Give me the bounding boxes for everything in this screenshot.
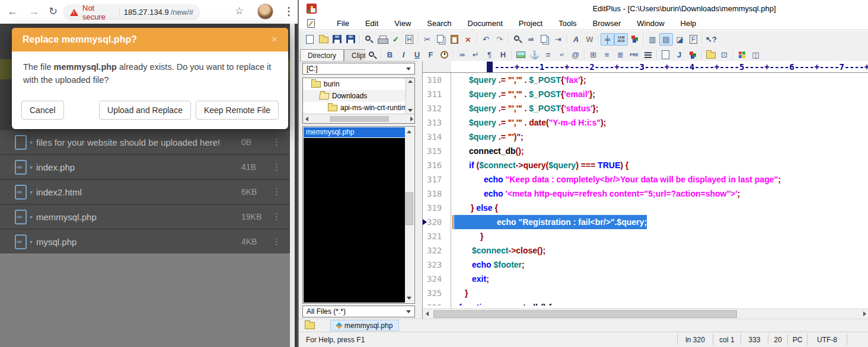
- document-menu-icon[interactable]: [307, 19, 315, 28]
- cancel-button[interactable]: Cancel: [21, 101, 64, 120]
- html-colors-icon[interactable]: [735, 49, 749, 61]
- print-icon[interactable]: [375, 33, 389, 46]
- color-picker-icon[interactable]: [686, 49, 700, 61]
- file-row[interactable]: ▾memmysql.php19KB⋮: [0, 205, 290, 229]
- back-button[interactable]: ←: [7, 5, 18, 18]
- save-icon[interactable]: [330, 33, 344, 46]
- scroll-down-icon[interactable]: [407, 297, 411, 300]
- image-icon[interactable]: [514, 49, 528, 61]
- cut-icon[interactable]: ✂: [420, 33, 434, 46]
- file-menu-icon[interactable]: ⋮: [272, 187, 290, 197]
- new-window-icon[interactable]: ⊡: [717, 49, 731, 61]
- file-name[interactable]: memmysql.php: [36, 212, 241, 222]
- word-wrap-icon[interactable]: W: [583, 33, 596, 46]
- indent-icon[interactable]: ⇥: [551, 33, 565, 46]
- open-selected-icon[interactable]: [704, 49, 717, 61]
- code-line-313[interactable]: $query .= "','" . date("Y-m-d H:i:s");: [454, 115, 868, 130]
- heading-icon[interactable]: H: [496, 49, 510, 61]
- code-line-320[interactable]: echo "Registration : fail<br/>".$query;: [454, 215, 868, 229]
- tab-directory[interactable]: Directory: [300, 49, 344, 62]
- menu-view[interactable]: View: [394, 19, 411, 28]
- code-editor-area[interactable]: ----+----1----+----2----+----3----+----4…: [422, 61, 868, 319]
- file-menu-icon[interactable]: ⋮: [272, 236, 290, 247]
- code-line-319[interactable]: } else {: [454, 201, 868, 215]
- editplus-title-bar[interactable]: EditPlus - [C:\Users\burin\Downloads\mem…: [299, 0, 868, 18]
- split-window-icon[interactable]: ◫: [749, 49, 762, 61]
- address-bar[interactable]: Not secure 185.27.134.9/new/#: [63, 4, 200, 20]
- nonbreaking-space-icon[interactable]: nb: [455, 49, 469, 61]
- scrollbar-thumb[interactable]: [433, 310, 737, 318]
- file-dropdown-caret[interactable]: ▾: [30, 189, 33, 195]
- browser-page-scrollbar[interactable]: [290, 24, 295, 347]
- toggle-functions-icon[interactable]: F: [687, 33, 700, 46]
- code-line-324[interactable]: exit;: [454, 272, 868, 286]
- toggle-directory-icon[interactable]: ▤: [659, 33, 673, 46]
- upload-and-replace-button[interactable]: Upload and Replace: [99, 101, 191, 120]
- drive-select[interactable]: [C:]: [302, 63, 415, 75]
- paste-icon[interactable]: [448, 33, 461, 46]
- date-time-icon[interactable]: [438, 49, 451, 61]
- new-file-icon[interactable]: [303, 33, 317, 46]
- print-preview-icon[interactable]: [362, 33, 375, 46]
- selected-file-item[interactable]: memmysql.php: [304, 127, 406, 137]
- toggle-output-icon[interactable]: ◪: [673, 33, 687, 46]
- code-line-314[interactable]: $query .= "')";: [454, 130, 868, 144]
- code-text[interactable]: $query .= "','" . $_POST{'fax'};$query .…: [454, 73, 868, 309]
- comment-icon[interactable]: <!: [555, 49, 569, 61]
- folder-icon[interactable]: [305, 322, 315, 329]
- code-line-321[interactable]: }: [454, 229, 868, 243]
- underline-icon[interactable]: U: [410, 49, 424, 61]
- file-row[interactable]: ▾index.php41B⋮: [0, 155, 290, 179]
- code-line-322[interactable]: $connect->close();: [454, 243, 868, 258]
- reload-button[interactable]: ↻: [49, 5, 58, 18]
- undo-icon[interactable]: ↶: [479, 33, 493, 46]
- scroll-up-icon[interactable]: [407, 130, 411, 133]
- scrollbar-thumb[interactable]: [406, 192, 413, 225]
- copyright-icon[interactable]: @: [569, 49, 582, 61]
- tree-horizontal-scrollbar[interactable]: [303, 114, 415, 123]
- delete-icon[interactable]: ×: [461, 33, 475, 46]
- java-icon[interactable]: J: [672, 49, 686, 61]
- scroll-left-icon[interactable]: [426, 311, 429, 316]
- scroll-right-icon[interactable]: [863, 311, 866, 316]
- code-horizontal-scrollbar[interactable]: [423, 309, 868, 319]
- code-line-316[interactable]: if ($connect->query($query) === TRUE) {: [454, 158, 868, 172]
- horizontal-rule-icon[interactable]: =: [541, 49, 555, 61]
- hex-view-icon[interactable]: H: [403, 33, 416, 46]
- line-break-icon[interactable]: ↵: [469, 49, 483, 61]
- menu-help[interactable]: Help: [681, 19, 697, 28]
- file-row[interactable]: ▾index2.html6KB⋮: [0, 180, 290, 204]
- file-dropdown-caret[interactable]: ▾: [30, 239, 33, 245]
- file-dropdown-caret[interactable]: ▾: [30, 214, 33, 220]
- paragraph-icon[interactable]: ¶: [483, 49, 496, 61]
- code-line-326[interactable]: function connect_db() {: [454, 300, 868, 306]
- menu-search[interactable]: Search: [427, 19, 451, 28]
- keep-remote-file-button[interactable]: Keep Remote File: [196, 101, 279, 120]
- toggle-cliptext-icon[interactable]: ▥: [646, 33, 659, 46]
- file-menu-icon[interactable]: ⋮: [272, 211, 290, 222]
- save-all-icon[interactable]: [344, 33, 358, 46]
- menu-tools[interactable]: Tools: [559, 19, 576, 28]
- bookmark-star-icon[interactable]: ☆: [235, 5, 244, 18]
- find-in-files-icon[interactable]: [538, 33, 551, 46]
- copy-icon[interactable]: [434, 33, 448, 46]
- menu-file[interactable]: File: [337, 19, 349, 28]
- open-file-icon[interactable]: [317, 33, 330, 46]
- menu-edit[interactable]: Edit: [365, 19, 378, 28]
- table-icon[interactable]: ⊞: [586, 49, 600, 61]
- line-numbers-toggle-icon[interactable]: 1AB 2CD: [614, 33, 628, 46]
- code-line-310[interactable]: $query .= "','" . $_POST{'fax'};: [454, 73, 868, 87]
- ruler-toggle-icon[interactable]: ╪: [601, 33, 614, 46]
- file-list-scrollbar[interactable]: [405, 127, 414, 303]
- file-name[interactable]: files for your website should be uploade…: [36, 137, 241, 147]
- file-name[interactable]: mysql.php: [36, 237, 241, 247]
- file-menu-icon[interactable]: ⋮: [272, 162, 290, 172]
- file-name[interactable]: index2.html: [36, 187, 241, 197]
- code-line-311[interactable]: $query .= "','" . $_POST{'email'};: [454, 87, 868, 101]
- scroll-up-icon[interactable]: [408, 80, 413, 83]
- tree-item-burin[interactable]: burin: [303, 78, 414, 90]
- code-line-318[interactable]: echo '<meta http-equiv=refresh content="…: [454, 187, 868, 201]
- file-row[interactable]: ▾mysql.php4KB⋮: [0, 230, 290, 253]
- align-center-icon[interactable]: ≡: [600, 49, 614, 61]
- context-help-icon[interactable]: ↖?: [704, 33, 718, 46]
